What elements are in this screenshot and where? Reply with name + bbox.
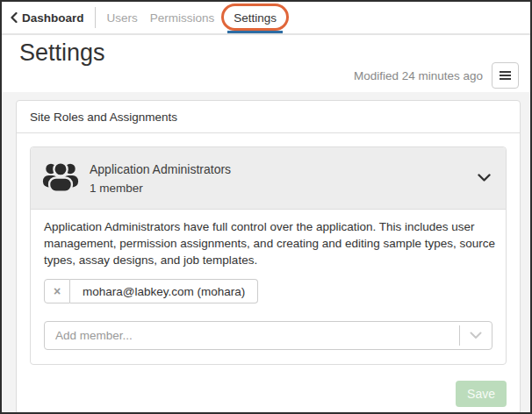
active-tab-underline (227, 31, 283, 33)
roles-panel-body: Application Administrators 1 member Appl… (17, 133, 520, 414)
roles-panel: Site Roles and Assignments (16, 100, 521, 414)
x-icon: × (54, 285, 61, 297)
hamburger-icon (500, 71, 511, 80)
role-card-titles: Application Administrators 1 member (90, 162, 231, 195)
remove-member-button[interactable]: × (44, 279, 70, 303)
add-member-placeholder: Add member... (55, 329, 133, 342)
panel-actions: Save (30, 381, 507, 407)
header-meta: Modified 24 minutes ago (354, 62, 519, 89)
chevron-down-icon[interactable] (460, 332, 492, 339)
add-member-input[interactable]: Add member... (44, 321, 492, 350)
users-icon (42, 160, 79, 196)
page-content: Site Roles and Assignments (2, 92, 530, 414)
chevron-left-icon (11, 12, 18, 23)
back-to-dashboard-link[interactable]: Dashboard (11, 11, 84, 25)
role-card-body: Application Administrators have full con… (31, 210, 506, 364)
member-chip: × mohara@labkey.com (mohara) (44, 279, 258, 303)
role-name: Application Administrators (90, 162, 231, 176)
tab-settings[interactable]: Settings (226, 11, 284, 25)
page-menu-button[interactable] (492, 62, 519, 89)
back-link-label: Dashboard (22, 11, 84, 25)
app-window: Dashboard Users Permissions Settings Set… (0, 0, 532, 414)
role-member-count: 1 member (90, 182, 231, 195)
nav-divider (95, 7, 96, 28)
chevron-down-icon[interactable] (478, 174, 491, 182)
member-list: × mohara@labkey.com (mohara) (44, 279, 492, 303)
save-button[interactable]: Save (456, 381, 507, 407)
roles-panel-heading: Site Roles and Assignments (17, 101, 520, 133)
select-controls (459, 322, 492, 349)
member-chip-label: mohara@labkey.com (mohara) (70, 279, 258, 303)
tab-settings-label: Settings (234, 11, 277, 25)
tab-permissions[interactable]: Permissions (150, 11, 215, 25)
modified-timestamp: Modified 24 minutes ago (354, 69, 483, 82)
role-card-application-administrators: Application Administrators 1 member Appl… (30, 146, 507, 365)
top-navigation: Dashboard Users Permissions Settings (2, 2, 530, 35)
role-card-header[interactable]: Application Administrators 1 member (31, 147, 506, 210)
page-header: Settings Modified 24 minutes ago (2, 35, 530, 92)
role-description: Application Administrators have full con… (44, 218, 500, 268)
page-title: Settings (19, 39, 105, 67)
tab-users[interactable]: Users (107, 11, 138, 25)
